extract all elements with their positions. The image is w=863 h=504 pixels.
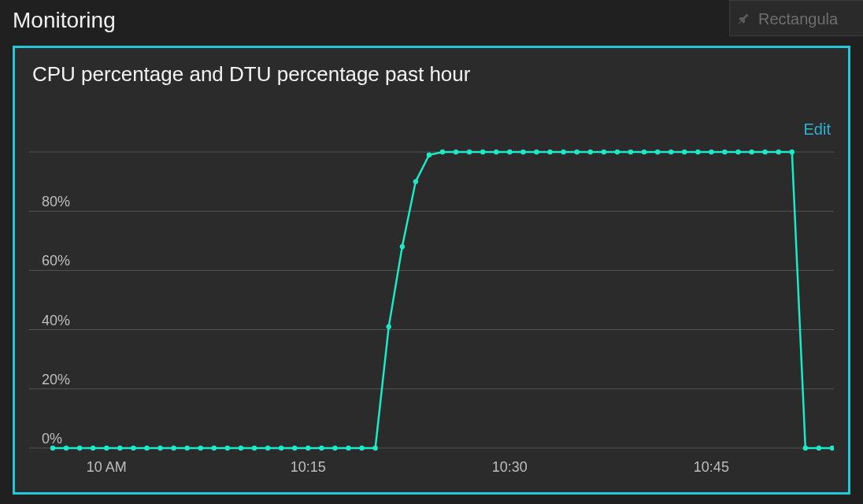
series-dot [454,150,458,154]
series-dot [400,244,405,249]
series-dot [762,150,767,154]
series-dot [292,446,297,450]
series-dot [91,446,95,450]
series-dot [507,150,512,154]
page-title: Monitoring [13,8,116,33]
series-dot [749,150,754,154]
series-dot [695,150,700,154]
series-dot [602,150,606,154]
series-dot [480,150,485,154]
series-dot [735,150,740,154]
y-tick-label: 40% [42,313,70,328]
series-dot [319,446,324,450]
series-dot [790,150,794,154]
series-dot [144,446,149,450]
edit-link[interactable]: Edit [804,120,831,139]
series-dot [467,150,472,154]
x-tick-label: 10 AM [87,459,127,475]
series-dot [427,153,432,158]
series-dot [520,150,525,154]
y-tick-label: 100% [42,147,78,150]
series-dot [198,446,203,450]
series-dot [615,150,620,154]
series-dot [50,446,55,450]
series-dot [709,150,713,154]
series-dot [655,150,660,154]
series-dot [306,446,310,450]
series-dot [64,446,69,450]
snip-mode-label: Rectangula [758,10,838,28]
snip-mode-button[interactable]: Rectangula [729,0,863,36]
x-tick-label: 10:15 [291,459,326,475]
y-tick-label: 20% [42,372,70,387]
monitoring-tile[interactable]: CPU percentage and DTU percentage past h… [13,46,850,495]
series-line [53,152,832,448]
series-dot [776,150,781,154]
series-dot [817,446,821,450]
chart-area: 0%20%40%60%80%100%10 AM10:1510:3010:45 [29,147,834,484]
series-dot [803,446,808,450]
series-dot [225,446,230,450]
series-dot [184,446,189,450]
series-dot [588,150,593,154]
series-dot [279,446,283,450]
series-dot [359,446,364,450]
series-dot [722,150,727,154]
chart-title: CPU percentage and DTU percentage past h… [32,62,470,87]
series-dot [332,446,337,450]
y-tick-label: 60% [42,253,70,269]
series-dot [387,324,391,329]
series-dot [131,446,135,450]
series-dot [574,150,579,154]
series-dot [494,150,498,154]
series-dot [628,150,633,154]
series-dot [547,150,552,154]
series-dot [171,446,176,450]
series-dot [346,446,350,450]
series-dot [642,150,646,154]
series-dot [265,446,270,450]
series-dot [372,446,377,450]
series-dot [212,446,217,450]
series-dot [682,150,687,154]
pin-icon [738,12,750,24]
x-tick-label: 10:45 [694,459,729,475]
series-dot [77,446,82,450]
x-tick-label: 10:30 [492,459,528,475]
series-dot [117,446,122,450]
series-dot [561,150,565,154]
y-tick-label: 80% [42,194,70,209]
line-chart: 0%20%40%60%80%100%10 AM10:1510:3010:45 [29,147,834,484]
series-dot [830,446,834,450]
series-dot [534,150,539,154]
series-dot [157,446,162,450]
series-dot [104,446,109,450]
series-dot [252,446,257,450]
series-dot [440,150,445,154]
series-dot [669,150,673,154]
series-dot [413,179,418,183]
series-dot [239,446,243,450]
y-tick-label: 0% [42,431,62,447]
